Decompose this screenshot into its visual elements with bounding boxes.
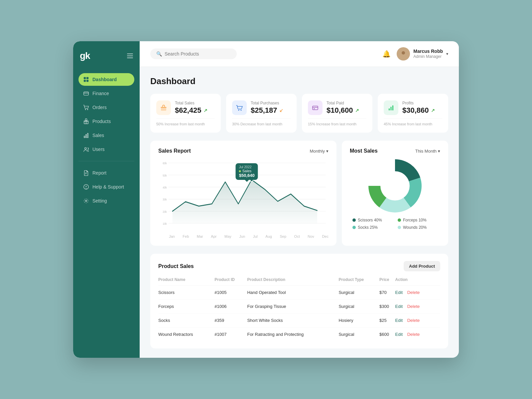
delete-link[interactable]: Delete: [407, 332, 420, 337]
header-right: 🔔 Marcus Robb Admin Manager ▾: [382, 47, 448, 61]
sidebar-item-report[interactable]: Report: [78, 167, 134, 179]
gear-icon: [83, 198, 89, 204]
cell-name: Scissors: [158, 286, 214, 300]
sidebar-item-sales[interactable]: Sales: [78, 129, 134, 142]
cell-type: Surgical: [338, 286, 379, 300]
sidebar-item-users[interactable]: Users: [78, 143, 134, 156]
stat-trend-0: ↗: [203, 108, 207, 113]
col-price: Price: [379, 277, 395, 286]
svg-rect-12: [87, 133, 88, 138]
sidebar-item-label: Dashboard: [92, 77, 117, 82]
delete-link[interactable]: Delete: [407, 304, 420, 309]
hamburger-icon[interactable]: [127, 54, 133, 58]
pie-svg: [368, 159, 422, 212]
sidebar-item-setting[interactable]: Setting: [78, 195, 134, 207]
svg-point-19: [402, 51, 405, 55]
stat-icon-profits: [384, 100, 398, 115]
cell-name: Forceps: [158, 300, 214, 314]
delete-link[interactable]: Delete: [407, 290, 420, 295]
edit-link[interactable]: Edit: [395, 290, 403, 295]
user-name: Marcus Robb: [413, 48, 443, 54]
main-nav: Dashboard Finance Orders: [78, 73, 134, 348]
cell-action: Edit Delete: [395, 314, 440, 328]
svg-text:50k: 50k: [163, 174, 167, 177]
stat-footer-1: 30% Decrease from last month: [232, 118, 291, 126]
stat-footer-0: 50% Increase from last month: [156, 118, 215, 126]
add-product-button[interactable]: Add Product: [404, 261, 440, 271]
cell-id: #1006: [214, 300, 247, 314]
bar-icon: [83, 132, 89, 138]
sidebar-item-help[interactable]: Help & Support: [78, 181, 134, 193]
sidebar-item-products[interactable]: Products: [78, 115, 134, 128]
stat-card-sales: Total Sales $62,425 ↗ 50% Increase from …: [150, 94, 221, 133]
chevron-down-icon: ▾: [446, 52, 448, 56]
sales-report-card: Sales Report Monthly ▾ Jul 2022 Sales $5…: [150, 141, 336, 246]
stat-value-3: $30,860 ↗: [402, 106, 435, 115]
legend-wounds: Wounds 20%: [398, 225, 438, 230]
svg-rect-24: [313, 106, 318, 110]
header: 🔍 🔔 Marcus Robb Admin Manager: [140, 41, 459, 67]
edit-link[interactable]: Edit: [395, 318, 403, 323]
col-type: Product Type: [338, 277, 379, 286]
svg-text:40k: 40k: [163, 186, 167, 189]
cell-price: $70: [379, 286, 395, 300]
stat-trend-1: ↙: [279, 108, 283, 113]
svg-rect-3: [86, 80, 88, 82]
stat-icon-sales: [156, 100, 171, 115]
svg-text:30k: 30k: [163, 198, 167, 201]
sidebar-item-label: Orders: [92, 105, 107, 110]
sidebar-item-label: Products: [92, 119, 111, 124]
svg-point-20: [400, 56, 406, 59]
main-content: 🔍 🔔 Marcus Robb Admin Manager: [140, 41, 459, 358]
svg-rect-0: [84, 77, 86, 79]
doc-icon: [83, 170, 89, 176]
cell-id: #1005: [214, 286, 247, 300]
user-role: Admin Manager: [413, 54, 443, 60]
table-row: Socks #359 Short White Socks Hosiery $25…: [158, 314, 440, 328]
svg-point-17: [86, 188, 86, 189]
svg-rect-27: [389, 108, 390, 110]
cell-id: #1007: [214, 328, 247, 341]
cell-desc: Hand Operated Tool: [247, 286, 338, 300]
sidebar-item-dashboard[interactable]: Dashboard: [78, 73, 134, 86]
edit-link[interactable]: Edit: [395, 304, 403, 309]
sidebar: gk Dashboard Finance: [73, 41, 140, 358]
line-chart-svg: 60k 50k 40k 30k 20k 10k: [158, 159, 329, 232]
svg-point-18: [85, 200, 87, 202]
sidebar-item-label: Finance: [92, 91, 109, 96]
legend-forceps: Forceps 10%: [398, 218, 438, 222]
edit-link[interactable]: Edit: [395, 332, 403, 337]
x-labels: Jan Feb Mar Apr May Jun Jul Aug Sep Oct …: [158, 232, 329, 238]
cell-id: #359: [214, 314, 247, 328]
table-row: Wound Retractors #1007 For Ratracting an…: [158, 328, 440, 341]
stat-label-2: Total Paid: [327, 101, 359, 105]
svg-text:60k: 60k: [163, 161, 167, 165]
search-bar[interactable]: 🔍: [150, 49, 237, 59]
sidebar-item-finance[interactable]: Finance: [78, 87, 134, 100]
logo-text: gk: [80, 51, 90, 61]
cell-desc: Short White Socks: [247, 314, 338, 328]
sidebar-item-orders[interactable]: Orders: [78, 101, 134, 114]
cell-name: Socks: [158, 314, 214, 328]
monthly-dropdown[interactable]: Monthly ▾: [310, 149, 329, 154]
delete-link[interactable]: Delete: [407, 318, 420, 323]
product-sales-title: Product Sales: [158, 263, 194, 269]
cell-price: $300: [379, 300, 395, 314]
svg-rect-29: [392, 105, 393, 110]
svg-text:10k: 10k: [163, 222, 167, 225]
cell-action: Edit Delete: [395, 286, 440, 300]
avatar: [397, 47, 410, 61]
help-icon: [83, 184, 89, 190]
nav-divider: [78, 161, 134, 161]
this-month-dropdown[interactable]: This Month ▾: [415, 149, 440, 154]
line-chart: Jul 2022 Sales $50,640: [158, 159, 329, 232]
stat-value-1: $25,187 ↙: [251, 106, 283, 115]
search-input[interactable]: [165, 51, 231, 57]
notification-bell[interactable]: 🔔: [382, 50, 391, 58]
cell-price: $25: [379, 314, 395, 328]
user-menu[interactable]: Marcus Robb Admin Manager ▾: [397, 47, 448, 61]
svg-rect-2: [84, 80, 86, 82]
sidebar-item-label: Report: [92, 170, 106, 176]
table-row: Forceps #1006 For Grasping Tissue Surgic…: [158, 300, 440, 314]
user-info: Marcus Robb Admin Manager: [413, 48, 443, 60]
